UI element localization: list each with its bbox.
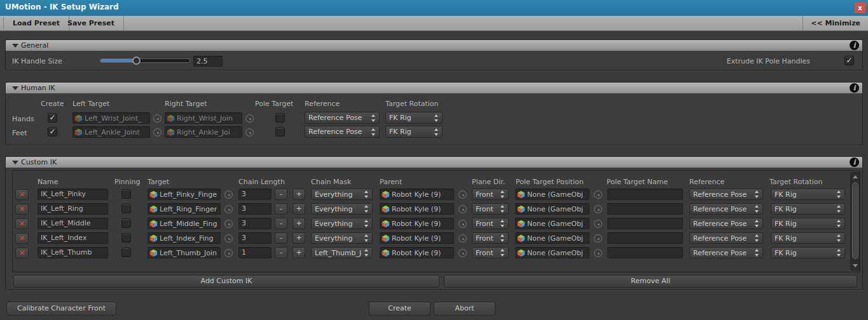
info-icon[interactable]: i [850,157,859,167]
target-object-field[interactable]: Left_Ring_Finger [148,203,221,215]
object-picker-icon[interactable] [458,234,467,243]
object-picker-icon[interactable] [594,205,602,213]
chain-length-plus-button[interactable]: + [293,218,305,229]
chain-mask-dropdown[interactable]: Everything [311,232,373,244]
parent-object-field[interactable]: Robot Kyle (9) [380,203,454,215]
object-picker-icon[interactable] [224,220,233,228]
object-picker-icon[interactable] [594,220,602,228]
object-picker-icon[interactable] [245,128,254,137]
ik-handle-size-slider[interactable] [100,57,189,65]
chain-length-minus-button[interactable]: - [275,232,287,244]
target-object-field[interactable]: Left_Pinky_Finge [148,189,221,200]
name-field[interactable]: IK_Left_Ring [38,203,108,215]
chain-length-field[interactable]: 3 [238,189,272,200]
target-object-field[interactable]: Left_Thumb_Join [148,247,221,258]
object-picker-icon[interactable] [224,249,233,257]
chain-length-plus-button[interactable]: + [293,232,305,244]
pinning-checkbox[interactable] [121,204,131,213]
save-preset-button[interactable]: Save Preset [59,16,124,30]
scroll-up-icon[interactable] [851,173,859,181]
general-section-header[interactable]: General i [6,40,862,51]
reference-dropdown[interactable]: Reference Pose [305,112,380,124]
reference-dropdown[interactable]: Reference Pose [689,218,763,229]
abort-button[interactable]: Abort [434,302,495,316]
calibrate-character-front-button[interactable]: Calibrate Character Front [6,302,116,316]
pole-target-position-object-field[interactable]: None (GameObj [515,247,589,258]
plane-dir-dropdown[interactable]: Front [472,189,509,200]
reference-dropdown[interactable]: Reference Pose [689,247,763,258]
pole-target-name-field[interactable] [607,232,683,244]
add-custom-ik-button[interactable]: Add Custom IK [13,275,439,288]
left-target-object-field[interactable]: Left_Ankle_Joint [72,126,150,138]
chain-mask-dropdown[interactable]: Left_Thumb_Jo [311,247,373,258]
delete-row-button[interactable]: ✕ [15,233,29,244]
object-picker-icon[interactable] [458,249,467,257]
pole-target-position-object-field[interactable]: None (GameObj [515,189,589,200]
reference-dropdown[interactable]: Reference Pose [689,203,763,215]
chain-length-minus-button[interactable]: - [275,247,287,258]
name-field[interactable]: IK_Left_Thumb [38,247,108,258]
delete-row-button[interactable]: ✕ [15,189,29,200]
vertical-scrollbar[interactable] [850,172,860,270]
reference-dropdown[interactable]: Reference Pose [689,189,763,200]
minimize-button[interactable]: << Minimize [803,16,868,30]
object-picker-icon[interactable] [245,114,254,123]
chain-length-plus-button[interactable]: + [293,247,305,258]
chain-length-plus-button[interactable]: + [293,203,305,215]
ik-handle-size-value-field[interactable]: 2.5 [193,56,223,67]
pole-target-position-object-field[interactable]: None (GameObj [515,203,589,215]
slider-thumb[interactable] [132,57,141,65]
delete-row-button[interactable]: ✕ [15,204,29,215]
object-picker-icon[interactable] [458,220,467,228]
target-rotation-dropdown[interactable]: FK Rig [771,203,845,215]
object-picker-icon[interactable] [224,205,233,213]
target-rotation-dropdown[interactable]: FK Rig [771,189,845,200]
plane-dir-dropdown[interactable]: Front [472,203,509,215]
object-picker-icon[interactable] [458,205,467,213]
chain-mask-dropdown[interactable]: Everything [311,189,373,200]
pinning-checkbox[interactable] [121,248,131,257]
pinning-checkbox[interactable] [121,189,131,199]
chain-mask-dropdown[interactable]: Everything [311,203,373,215]
object-picker-icon[interactable] [224,190,233,199]
target-rotation-dropdown[interactable]: FK Rig [385,126,443,138]
name-field[interactable]: IK_Left_Pinky [38,189,108,200]
delete-row-button[interactable]: ✕ [15,218,29,229]
object-picker-icon[interactable] [594,234,602,243]
pinning-checkbox[interactable] [121,233,131,243]
object-picker-icon[interactable] [594,190,602,199]
object-picker-icon[interactable] [224,234,233,243]
target-rotation-dropdown[interactable]: FK Rig [771,232,845,244]
plane-dir-dropdown[interactable]: Front [472,218,509,229]
create-checkbox[interactable]: ✓ [48,113,57,123]
plane-dir-dropdown[interactable]: Front [472,247,509,258]
chain-length-minus-button[interactable]: - [275,189,287,200]
left-target-object-field[interactable]: Left_Wrist_Joint_ [72,112,150,124]
info-icon[interactable]: i [850,83,859,93]
plane-dir-dropdown[interactable]: Front [472,232,509,244]
name-field[interactable]: IK_Left_Index [38,232,108,244]
chain-length-field[interactable]: 1 [238,247,272,258]
info-icon[interactable]: i [850,41,859,50]
parent-object-field[interactable]: Robot Kyle (9) [380,232,454,244]
pole-target-name-field[interactable] [607,218,683,229]
target-object-field[interactable]: Left_Index_Fing [148,232,221,244]
right-target-object-field[interactable]: Right_Ankle_Joi [165,126,242,138]
target-rotation-dropdown[interactable]: FK Rig [771,218,845,229]
target-rotation-dropdown[interactable]: FK Rig [385,112,443,124]
chain-length-minus-button[interactable]: - [275,218,287,229]
human-ik-section-header[interactable]: Human IK i [6,83,862,93]
object-picker-icon[interactable] [153,114,162,123]
pole-target-position-object-field[interactable]: None (GameObj [515,232,589,244]
pole-target-position-object-field[interactable]: None (GameObj [515,218,589,229]
scrollbar-thumb[interactable] [852,182,858,259]
target-object-field[interactable]: Left_Middle_Fing [148,218,221,229]
target-rotation-dropdown[interactable]: FK Rig [771,247,845,258]
pole-target-name-field[interactable] [607,203,683,215]
right-target-object-field[interactable]: Right_Wrist_Join [165,112,242,124]
remove-all-button[interactable]: Remove All [444,275,857,288]
create-button[interactable]: Create [369,302,431,316]
reference-dropdown[interactable]: Reference Pose [689,232,763,244]
chain-length-plus-button[interactable]: + [293,189,305,200]
pole-target-checkbox[interactable] [275,113,285,123]
